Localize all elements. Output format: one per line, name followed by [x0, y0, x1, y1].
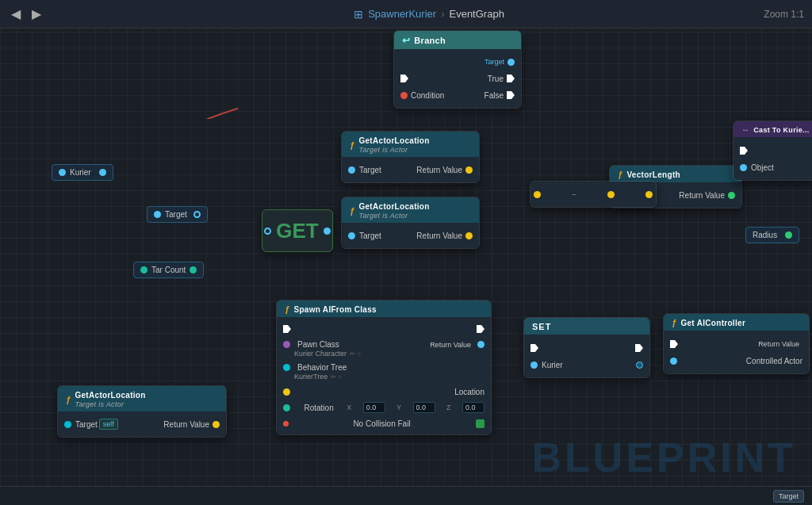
rotation-x-input[interactable] [363, 402, 385, 413]
get-actor-bottom-return-pin[interactable] [213, 421, 220, 428]
set-exec-out[interactable] [635, 344, 643, 352]
branch-true-pin[interactable] [507, 75, 515, 82]
get-actor-2-target-label: Target [359, 231, 381, 240]
get-actor-bottom-target-pin[interactable] [64, 421, 71, 428]
cast-object-pin[interactable] [740, 164, 747, 171]
breadcrumb-spawner[interactable]: SpawnerKurier [368, 8, 436, 20]
get-ai-return-label: Return Value [758, 340, 799, 348]
func-icon-3: ƒ [618, 170, 622, 179]
spawn-exec-out[interactable] [477, 325, 485, 333]
target-var-in-pin[interactable] [154, 211, 161, 218]
rotation-z-input[interactable] [462, 402, 485, 413]
branch-target-row: Target [394, 54, 521, 70]
get-big-node: GET [262, 209, 333, 252]
spawn-behavior-value-row: KurierTree ✏ ○ [294, 372, 342, 381]
set-kurier-out-pin[interactable] [636, 362, 643, 369]
set-body: Kurier [524, 335, 649, 377]
branch-exec-in[interactable] [400, 75, 408, 82]
vector-return-pin[interactable] [728, 192, 735, 199]
cast-exec-in[interactable] [740, 147, 748, 155]
target-var-out-pin[interactable] [193, 211, 201, 218]
set-header: SET [524, 318, 649, 335]
rotation-y-input[interactable] [413, 402, 435, 413]
radius-out-pin[interactable] [785, 231, 792, 239]
get-actor-bottom-body: Target self Return Value [58, 411, 226, 437]
spawn-rotation-pin[interactable] [283, 404, 290, 411]
breadcrumb-eventgraph[interactable]: EventGraph [449, 8, 504, 20]
cast-object-row: Object A [733, 159, 812, 175]
get-actor-1-header: ƒ GetActorLocation Target is Actor [342, 132, 479, 157]
branch-condition-pin[interactable] [400, 92, 408, 99]
func-icon-5: ƒ [672, 318, 676, 327]
cast-object-label: Object [751, 163, 774, 172]
edit-icon-1[interactable]: ✏ ○ [350, 350, 361, 358]
get-in-pin[interactable] [264, 228, 271, 235]
branch-exec-row: True [394, 70, 521, 87]
get-actor-1-body: Target Return Value [342, 157, 479, 182]
vector-length-header: ƒ VectorLength [610, 166, 741, 182]
get-ai-exec-in[interactable] [670, 340, 678, 348]
spawn-title: Spawn AIFrom Class [293, 305, 377, 314]
vector-length-title: VectorLength [626, 170, 680, 179]
get-ai-title: Get AIController [680, 319, 745, 327]
spawn-collision-row: No Collision Fail [277, 415, 491, 431]
get-actor-bottom-target-label: Target [75, 420, 98, 429]
sub-out[interactable] [645, 191, 653, 198]
spawn-rotation-row: Rotation X Y Z [277, 400, 491, 415]
kurier-var-pin[interactable] [59, 169, 66, 176]
kurier-var-out-pin[interactable] [99, 169, 106, 176]
radius-label: Radius [753, 231, 777, 239]
edit-icon-2[interactable]: ✏ ○ [331, 373, 342, 381]
spawn-body: Pawn Class Return Value Kurier Character… [277, 317, 491, 434]
forward-button[interactable]: ▶ [29, 5, 44, 23]
spawn-return-label: Return Value [430, 341, 471, 349]
get-actor-2-target-pin[interactable] [348, 232, 355, 239]
target-var-node: Target [147, 206, 208, 223]
get-ai-header: ƒ Get AIController [664, 314, 809, 331]
tar-count-in-pin[interactable] [140, 266, 147, 274]
target-var-label: Target [165, 210, 187, 219]
subtract-body: − [530, 182, 656, 207]
spawn-behavior-pin[interactable] [283, 364, 290, 371]
sub-in1[interactable] [534, 191, 541, 198]
sub-in2[interactable] [607, 191, 615, 198]
breadcrumb-sep: › [441, 8, 444, 20]
spawn-location-pin[interactable] [283, 388, 290, 396]
func-icon-4: ƒ [285, 304, 289, 314]
branch-target-pin[interactable] [508, 59, 515, 66]
back-button[interactable]: ◀ [8, 5, 24, 23]
set-exec-in[interactable] [530, 344, 538, 352]
spawn-behavior-label: Behavior Tree [297, 363, 347, 372]
spawn-exec-row [277, 320, 491, 338]
spawn-pawn-pin[interactable] [283, 341, 290, 348]
spawn-exec-in[interactable] [283, 325, 291, 333]
get-label: GET [276, 219, 318, 243]
spawn-return-pin[interactable] [477, 341, 485, 348]
spawn-rotation-label: Rotation [304, 404, 333, 412]
collision-checkbox[interactable] [476, 419, 485, 428]
get-ai-controlled-pin[interactable] [670, 358, 677, 365]
get-actor-1-return-pin[interactable] [465, 166, 473, 174]
set-kurier-label: Kurier [542, 361, 563, 369]
blueprint-watermark: BLUEPRINT [531, 434, 796, 481]
spawn-pawn-label: Pawn Class [297, 340, 339, 349]
get-out-pin[interactable] [324, 228, 331, 235]
get-actor-2-return-pin[interactable] [465, 232, 473, 239]
spawn-collision-label: No Collision Fail [353, 419, 410, 428]
spawn-ai-node: ƒ Spawn AIFrom Class Pawn Class Return V… [276, 300, 492, 435]
nav-buttons: ◀ ▶ [8, 5, 44, 23]
branch-false-pin[interactable] [507, 91, 515, 99]
cast-to-node: ↔ Cast To Kurie... Object A [733, 121, 812, 181]
spawn-location-label: Location [454, 388, 485, 396]
get-actor-1-subtitle: Target is Actor [358, 146, 429, 154]
get-actor-2-title: GetActorLocation [358, 202, 429, 211]
func-icon-6: ƒ [66, 395, 71, 404]
cast-body: Object A [733, 137, 812, 180]
kurier-var-label: Kurier [70, 168, 91, 177]
get-actor-1-target-pin[interactable] [348, 166, 355, 174]
target-button[interactable]: Target [773, 490, 804, 503]
set-kurier-row: Kurier [524, 357, 649, 373]
spawn-collision-pin[interactable] [283, 421, 289, 427]
tar-count-out-pin[interactable] [190, 266, 197, 274]
set-kurier-in-pin[interactable] [530, 362, 538, 369]
